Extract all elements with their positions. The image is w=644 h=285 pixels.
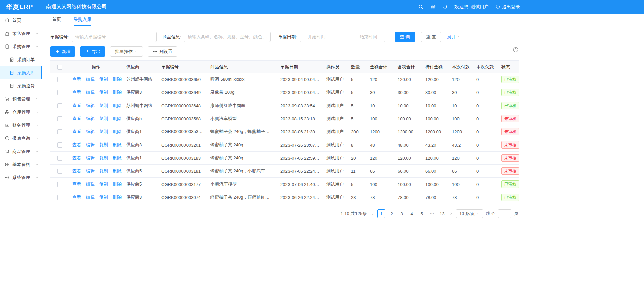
row-action-copy[interactable]: 复制 [99, 194, 108, 200]
row-action-view[interactable]: 查看 [72, 76, 81, 82]
row-action-view[interactable]: 查看 [72, 89, 81, 95]
select-all-checkbox[interactable] [57, 65, 62, 70]
row-action-edit[interactable]: 编辑 [86, 142, 95, 148]
row-checkbox[interactable] [57, 77, 62, 82]
row-action-view[interactable]: 查看 [72, 168, 81, 174]
export-button[interactable]: 导出 [80, 46, 105, 57]
reset-button[interactable]: 重 置 [421, 32, 441, 42]
row-checkbox[interactable] [57, 142, 62, 148]
row-action-copy[interactable]: 复制 [99, 103, 108, 109]
cell-paid-amount: 120 [449, 73, 473, 86]
row-action-copy[interactable]: 复制 [99, 142, 108, 148]
row-checkbox[interactable] [57, 169, 62, 174]
page-size-select[interactable]: 10 条/页 [456, 209, 483, 218]
pagination-page-13[interactable]: 13 [438, 209, 446, 218]
batch-actions-button[interactable]: 批量操作 [110, 46, 143, 57]
sidebar-item-purchase-order[interactable]: 采购订单 [0, 53, 42, 66]
row-action-copy[interactable]: 复制 [99, 129, 108, 135]
row-checkbox[interactable] [57, 156, 62, 161]
row-action-delete[interactable]: 删除 [113, 155, 122, 161]
row-checkbox[interactable] [57, 195, 62, 200]
row-action-copy[interactable]: 复制 [99, 116, 108, 122]
bank-icon[interactable] [430, 4, 436, 10]
pagination-page-2[interactable]: 2 [387, 209, 396, 218]
row-action-edit[interactable]: 编辑 [86, 89, 95, 95]
column-settings-button[interactable]: 列设置 [148, 46, 177, 57]
sidebar-item-reports[interactable]: 报表查询 [0, 132, 42, 145]
row-action-delete[interactable]: 删除 [113, 129, 122, 135]
expand-link[interactable]: 展开 [447, 34, 461, 40]
sidebar-item-sales[interactable]: 销售管理 [0, 92, 42, 106]
row-action-edit[interactable]: 编辑 [86, 155, 95, 161]
next-page-icon[interactable] [449, 212, 453, 216]
row-action-edit[interactable]: 编辑 [86, 129, 95, 135]
jump-page-input[interactable] [498, 209, 511, 218]
sidebar-item-retail[interactable]: 零售管理 [0, 27, 42, 40]
row-checkbox[interactable] [57, 182, 62, 187]
cell-status: 已审核 [498, 73, 519, 86]
search-button[interactable]: 查 询 [395, 32, 415, 42]
row-checkbox[interactable] [57, 116, 62, 121]
cell-paid-amount: 1200 [449, 125, 473, 138]
row-action-delete[interactable]: 删除 [113, 103, 122, 109]
pagination-page-4[interactable]: 4 [408, 209, 416, 218]
sidebar-item-purchase[interactable]: 采购管理 [0, 40, 42, 53]
row-action-edit[interactable]: 编辑 [86, 194, 95, 200]
row-action-copy[interactable]: 复制 [99, 89, 108, 95]
row-action-edit[interactable]: 编辑 [86, 103, 95, 109]
row-action-copy[interactable]: 复制 [99, 181, 108, 187]
row-action-view[interactable]: 查看 [72, 142, 81, 148]
row-action-view[interactable]: 查看 [72, 116, 81, 122]
sidebar-item-goods[interactable]: 商品管理 [0, 145, 42, 158]
goods-info-input[interactable] [184, 32, 271, 42]
row-action-view[interactable]: 查看 [72, 103, 81, 109]
row-action-copy[interactable]: 复制 [99, 168, 108, 174]
add-button[interactable]: 新增 [50, 46, 75, 57]
bill-no-input[interactable] [72, 32, 157, 42]
pagination-pages: 12345•••13 [377, 209, 446, 218]
row-action-delete[interactable]: 删除 [113, 194, 122, 200]
row-action-copy[interactable]: 复制 [99, 76, 108, 82]
sidebar-item-purchase-inbound[interactable]: 采购入库 [0, 66, 42, 79]
sidebar-item-home[interactable]: 首页 [0, 14, 42, 27]
row-action-edit[interactable]: 编辑 [86, 76, 95, 82]
sidebar-item-finance[interactable]: 财务管理 [0, 119, 42, 132]
row-action-edit[interactable]: 编辑 [86, 181, 95, 187]
prev-page-icon[interactable] [370, 212, 374, 216]
help-icon[interactable] [513, 47, 519, 53]
pagination-page-1[interactable]: 1 [377, 209, 385, 218]
pagination-page-3[interactable]: 3 [398, 209, 406, 218]
row-action-view[interactable]: 查看 [72, 129, 81, 135]
row-action-copy[interactable]: 复制 [99, 155, 108, 161]
row-action-delete[interactable]: 删除 [113, 76, 122, 82]
pagination-page-5[interactable]: 5 [418, 209, 426, 218]
row-action-delete[interactable]: 删除 [113, 181, 122, 187]
row-action-edit[interactable]: 编辑 [86, 168, 95, 174]
tab-purchase-inbound[interactable]: 采购入库 [74, 14, 91, 26]
row-action-delete[interactable]: 删除 [113, 116, 122, 122]
sidebar-item-basic-data[interactable]: 基本资料 [0, 158, 42, 171]
row-checkbox[interactable] [57, 90, 62, 95]
row-action-delete[interactable]: 删除 [113, 168, 122, 174]
search-icon[interactable] [418, 4, 424, 10]
cell-paid-amount: 120 [449, 152, 473, 165]
row-checkbox[interactable] [57, 103, 62, 108]
bell-icon[interactable] [442, 4, 448, 10]
sidebar-item-warehouse[interactable]: 仓库管理 [0, 106, 42, 119]
table-row: 查看编辑复制删除 供应商1 CGRK00000003530[订] 蜂蜜柚子茶 2… [50, 125, 519, 138]
row-action-delete[interactable]: 删除 [113, 142, 122, 148]
row-action-view[interactable]: 查看 [72, 181, 81, 187]
sidebar-item-purchase-return[interactable]: 采购退货 [0, 79, 42, 92]
sidebar-item-label: 零售管理 [12, 31, 30, 37]
row-action-view[interactable]: 查看 [72, 194, 81, 200]
row-checkbox[interactable] [57, 129, 62, 134]
tab-home[interactable]: 首页 [52, 14, 61, 26]
sidebar-item-system[interactable]: 系统管理 [0, 171, 42, 184]
row-action-edit[interactable]: 编辑 [86, 116, 95, 122]
row-checkbox-cell [50, 152, 69, 165]
row-action-delete[interactable]: 删除 [113, 89, 122, 95]
date-range-input[interactable]: 开始时间 ~ 结束时间 [300, 32, 385, 42]
row-action-view[interactable]: 查看 [72, 155, 81, 161]
plus-icon [55, 49, 60, 54]
logout-button[interactable]: 退出登录 [495, 4, 520, 10]
